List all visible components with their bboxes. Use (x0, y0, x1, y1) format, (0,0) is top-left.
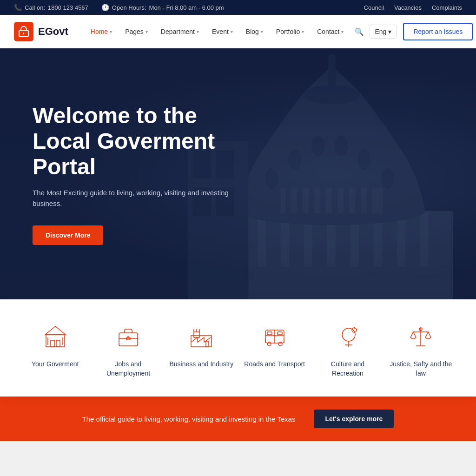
service-item-justice[interactable]: Justice, Safty and the law (388, 322, 453, 378)
nav-pages[interactable]: Pages ▾ (119, 24, 153, 39)
svg-rect-24 (297, 188, 303, 213)
search-icon[interactable]: 🔍 (355, 27, 364, 36)
chevron-icon: ▾ (145, 29, 148, 34)
svg-rect-47 (194, 332, 199, 337)
svg-rect-59 (267, 332, 272, 335)
svg-point-18 (381, 168, 394, 189)
service-item-jobs[interactable]: Jobs and Unemployment (96, 322, 161, 378)
svg-point-61 (342, 328, 355, 341)
service-item-culture[interactable]: Culture and Recreation (315, 322, 380, 378)
chevron-down-icon: ▾ (388, 28, 391, 35)
service-label: Business and Industry (169, 360, 233, 369)
svg-point-21 (328, 54, 336, 61)
footer-area (0, 441, 476, 469)
svg-point-16 (335, 136, 348, 156)
bus-icon (260, 322, 290, 351)
clock-icon: 🕐 (101, 4, 109, 11)
svg-rect-26 (320, 188, 326, 213)
discover-more-button[interactable]: Discover More (33, 225, 103, 245)
banner-text: The official guide to living, working, v… (82, 415, 296, 423)
svg-rect-20 (328, 58, 336, 95)
service-label: Your Goverment (32, 360, 79, 369)
svg-rect-25 (309, 188, 314, 213)
service-item-business[interactable]: Business and Industry (169, 322, 234, 369)
svg-rect-39 (56, 340, 60, 347)
svg-rect-38 (51, 340, 54, 347)
svg-rect-60 (278, 332, 282, 335)
chevron-icon: ▾ (110, 29, 112, 34)
phone-icon: 📞 (14, 4, 22, 11)
svg-point-56 (278, 342, 282, 346)
phone-number: 1800 123 4567 (48, 4, 88, 11)
logo[interactable]: EGovt (14, 22, 68, 41)
services-section: Your Goverment Jobs and Unemployment (0, 299, 476, 397)
svg-rect-36 (46, 335, 65, 347)
svg-rect-30 (367, 188, 372, 213)
logo-icon (14, 22, 33, 41)
svg-rect-28 (344, 188, 349, 213)
nav-links: Home ▾ Pages ▾ Department ▾ Event ▾ Blog… (85, 24, 364, 39)
briefcase-icon (113, 322, 143, 351)
vacancies-link[interactable]: Vacancies (394, 4, 422, 11)
scale-icon (406, 322, 436, 351)
service-label: Roads and Transport (244, 360, 305, 369)
logo-text: EGovt (38, 26, 68, 38)
svg-rect-42 (119, 333, 138, 346)
svg-rect-51 (206, 341, 209, 347)
top-bar: 📞 Call on: 1800 123 4567 🕐 Open Hours: M… (0, 0, 476, 15)
chevron-icon: ▾ (261, 29, 263, 34)
hero-content: Welcome to the Local Goverment Portal Th… (0, 103, 279, 245)
service-label: Culture and Recreation (315, 360, 380, 378)
top-bar-right: Council Vacancies Complaints (364, 4, 462, 11)
svg-rect-23 (285, 188, 291, 213)
factory-icon (186, 322, 216, 351)
service-label: Justice, Safty and the law (388, 360, 453, 378)
hours-value: Mon - Fri 8.00 am - 6.00 pm (149, 4, 224, 11)
svg-rect-27 (332, 188, 337, 213)
service-item-government[interactable]: Your Goverment (23, 322, 88, 369)
explore-more-button[interactable]: Let's explore more (314, 410, 394, 428)
hero-subtitle: The Most Exciting guide to living, worki… (33, 188, 246, 209)
svg-point-15 (311, 136, 324, 156)
nav-department[interactable]: Department ▾ (155, 24, 205, 39)
svg-point-14 (288, 150, 301, 170)
nav-event[interactable]: Event ▾ (206, 24, 238, 39)
hero-section: Welcome to the Local Goverment Portal Th… (0, 48, 476, 299)
hours-label: Open Hours: (112, 4, 146, 11)
svg-point-17 (358, 150, 371, 170)
nav-contact[interactable]: Contact ▾ (311, 24, 349, 39)
chevron-icon: ▾ (231, 29, 233, 34)
hero-title: Welcome to the Local Goverment Portal (33, 103, 246, 180)
svg-rect-11 (420, 211, 429, 267)
nav-home[interactable]: Home ▾ (85, 24, 118, 39)
svg-rect-29 (355, 188, 361, 213)
building-icon (40, 322, 70, 351)
top-bar-left: 📞 Call on: 1800 123 4567 🕐 Open Hours: M… (14, 4, 224, 11)
hours-item: 🕐 Open Hours: Mon - Fri 8.00 am - 6.00 p… (101, 4, 224, 11)
bottom-banner: The official guide to living, working, v… (0, 397, 476, 441)
svg-point-55 (267, 342, 271, 346)
service-label: Jobs and Unemployment (96, 360, 161, 378)
nav-blog[interactable]: Blog ▾ (240, 24, 269, 39)
complaints-link[interactable]: Complaints (432, 4, 462, 11)
language-selector[interactable]: Eng ▾ (370, 25, 397, 39)
service-item-roads[interactable]: Roads and Transport (242, 322, 307, 369)
report-issues-button[interactable]: Report an Issues (403, 23, 473, 40)
chevron-icon: ▾ (302, 29, 304, 34)
tree-icon (333, 322, 363, 351)
council-link[interactable]: Council (364, 4, 384, 11)
phone-item: 📞 Call on: 1800 123 4567 (14, 4, 88, 11)
navbar: EGovt Home ▾ Pages ▾ Department ▾ Event … (0, 15, 476, 48)
chevron-icon: ▾ (341, 29, 344, 34)
phone-label: Call on: (25, 4, 45, 11)
chevron-icon: ▾ (197, 29, 199, 34)
svg-marker-37 (45, 326, 66, 335)
nav-portfolio[interactable]: Portfolio ▾ (271, 24, 310, 39)
